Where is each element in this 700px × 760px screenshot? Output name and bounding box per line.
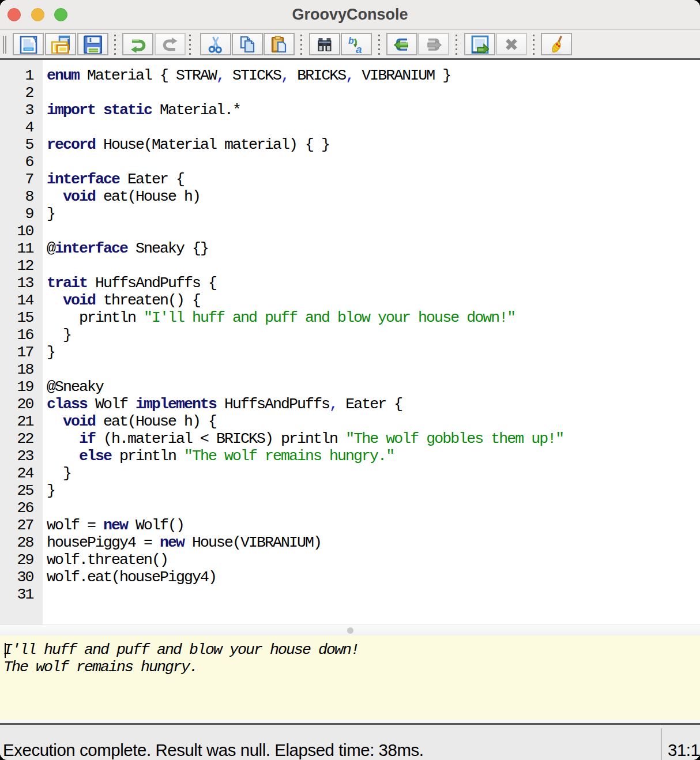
svg-text:b: b: [348, 36, 354, 46]
